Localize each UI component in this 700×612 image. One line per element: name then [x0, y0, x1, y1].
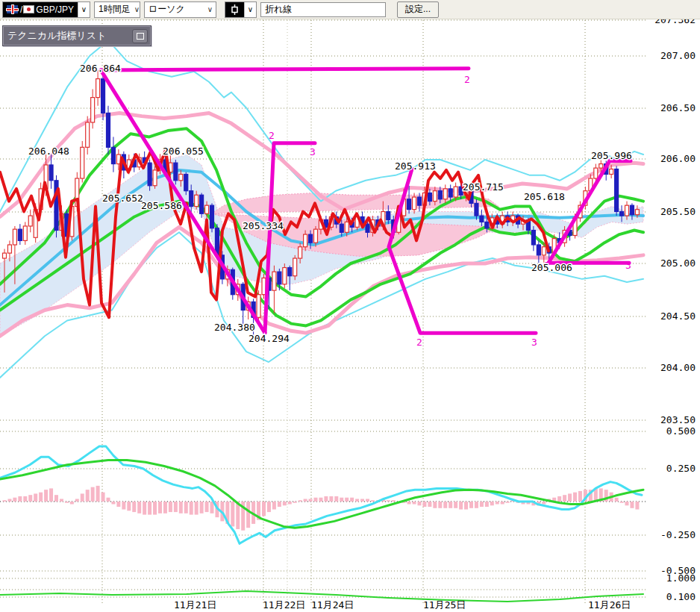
price-annotation: 205.006: [531, 262, 572, 273]
macd-histogram-bar: [158, 502, 162, 513]
settings-button-label: 設定...: [405, 3, 431, 16]
macd-histogram-bar: [501, 502, 504, 505]
macd-histogram-bar: [334, 496, 338, 502]
bull-candle: [345, 222, 349, 232]
macd-histogram-bar: [557, 496, 561, 502]
macd-histogram-bar: [625, 502, 629, 505]
chevron-down-icon[interactable]: ∨: [244, 2, 256, 17]
macd-histogram-bar: [480, 502, 484, 507]
bear-candle: [190, 191, 193, 207]
currency-pair-label: GBP/JPY: [36, 4, 74, 15]
date-tick-label: 11月25日: [423, 599, 466, 611]
macd-histogram-bar: [39, 493, 43, 502]
line-type-value: 折れ線: [265, 3, 292, 16]
macd-histogram-bar: [475, 502, 478, 508]
macd-histogram-bar: [422, 502, 426, 507]
bear-candle: [615, 169, 619, 212]
bear-candle: [630, 205, 634, 215]
macd-histogram-bar: [438, 502, 442, 508]
macd-histogram-bar: [573, 493, 577, 502]
drawing-point-number: 2: [416, 337, 422, 348]
macd-histogram-bar: [246, 502, 250, 528]
macd-histogram-bar: [319, 498, 322, 502]
macd-histogram-bar: [44, 490, 48, 502]
macd-histogram-bar: [340, 498, 343, 502]
macd-histogram-bar: [392, 500, 396, 502]
macd-histogram-bar: [153, 502, 157, 515]
jp-flag-icon: [23, 5, 34, 13]
macd-histogram-bar: [578, 491, 582, 502]
bear-candle: [210, 205, 214, 228]
macd-histogram-bar: [174, 502, 178, 512]
chevron-down-icon[interactable]: ∨: [204, 2, 216, 17]
candle-style-select[interactable]: ∨: [225, 1, 257, 18]
bear-candle: [387, 212, 390, 220]
bear-candle: [184, 174, 188, 190]
macd-histogram-bar: [13, 498, 16, 502]
bear-candle: [475, 203, 478, 216]
bull-candle: [153, 170, 157, 186]
macd-histogram-bar: [630, 502, 634, 508]
macd-histogram-bar: [272, 502, 276, 510]
bear-candle: [18, 229, 22, 240]
macd-histogram-bar: [418, 502, 422, 505]
axis-tick-label: 203.50: [660, 414, 696, 425]
bull-candle: [91, 98, 95, 122]
drawing-point-number: 2: [464, 74, 470, 85]
axis-tick-label: 205.50: [660, 206, 696, 217]
axis-tick-label: 206.00: [660, 153, 696, 164]
macd-histogram-bar: [449, 502, 452, 508]
restore-window-button[interactable]: [132, 29, 148, 43]
date-tick-label: 11月24日: [311, 599, 354, 611]
timeframe-select[interactable]: 1時間足 ∨: [94, 1, 140, 18]
bear-candle: [309, 234, 313, 243]
bear-candle: [107, 113, 110, 147]
bull-candle: [179, 174, 183, 180]
macd-histogram-bar: [96, 486, 100, 502]
bull-candle: [257, 295, 260, 318]
macd-histogram-bar: [116, 502, 120, 507]
drawing-point-number: 3: [625, 260, 631, 271]
line-type-field[interactable]: 折れ線: [260, 2, 386, 17]
chevron-down-icon[interactable]: ∨: [134, 2, 140, 17]
settings-button[interactable]: 設定...: [397, 1, 439, 18]
macd-histogram-bar: [18, 496, 22, 502]
macd-histogram-bar: [454, 502, 457, 508]
date-tick-label: 11月26日: [588, 599, 631, 611]
macd-histogram-bar: [563, 495, 566, 502]
price-chart-canvas[interactable]: 2232323206.864206.048206.055205.652205.5…: [0, 19, 700, 612]
macd-histogram-bar: [387, 500, 390, 502]
bull-candle: [293, 258, 297, 276]
bear-candle: [111, 147, 115, 163]
bull-candle: [635, 210, 639, 215]
bear-candle: [428, 193, 431, 201]
macd-histogram-bar: [86, 490, 90, 502]
macd-histogram-bar: [190, 502, 193, 515]
bull-candle: [314, 229, 318, 243]
price-annotation: 204.294: [249, 333, 290, 344]
bear-candle: [340, 224, 343, 232]
bear-candle: [288, 268, 292, 276]
bear-candle: [200, 195, 204, 213]
bull-candle: [195, 195, 199, 206]
bull-candle: [610, 169, 613, 175]
price-annotation: 205.913: [395, 160, 436, 172]
macd-histogram-bar: [34, 493, 37, 502]
bull-candle: [272, 272, 276, 290]
axis-tick-label: 206.50: [660, 102, 696, 113]
bear-candle: [101, 79, 105, 113]
bull-candle: [28, 216, 32, 226]
macd-histogram-bar: [28, 495, 32, 502]
currency-pair-select[interactable]: / GBP/JPY ∨: [2, 1, 90, 18]
macd-histogram-bar: [163, 502, 167, 513]
restore-window-icon: [137, 33, 144, 40]
date-tick-label: 11月21日: [174, 599, 216, 611]
macd-histogram-bar: [7, 499, 11, 502]
macd-histogram-bar: [111, 502, 115, 505]
indicator-list-window[interactable]: テクニカル指標リスト: [2, 25, 151, 46]
chevron-down-icon[interactable]: ∨: [78, 2, 90, 17]
bear-candle: [366, 224, 369, 232]
pair-flag-separator: /: [20, 4, 22, 15]
trading-app-window: { "toolbar": { "pair": "GBP/JPY", "pair_…: [0, 0, 700, 612]
chart-type-select[interactable]: ローソク ∨: [144, 1, 216, 18]
